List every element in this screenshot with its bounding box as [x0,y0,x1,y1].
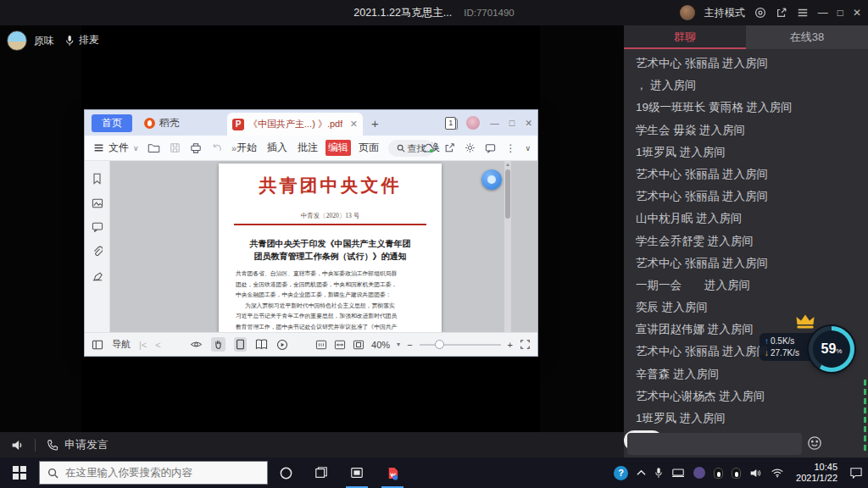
ribbon-tab[interactable]: 页面 [356,140,381,156]
fullscreen-icon[interactable] [520,339,531,350]
wps-account-avatar[interactable] [466,116,480,130]
floating-assistant-button[interactable] [481,169,502,190]
save-icon[interactable] [170,142,181,153]
nav-label[interactable]: 导航 [112,338,131,351]
stamp-icon[interactable] [92,271,103,282]
tray-qq-icon[interactable] [714,468,723,479]
open-folder-icon[interactable] [147,142,160,153]
pdf-side-rail [85,161,110,332]
document-page: 共青团中央文件 中青发〔2020〕13 号 共青团中央关于印发《中国共产主义青年… [219,164,442,332]
tray-wifi-icon[interactable] [771,468,784,478]
cortana-icon[interactable] [268,458,303,488]
undo-icon[interactable] [211,142,222,153]
share-icon[interactable] [444,142,455,153]
tray-volume-icon[interactable] [749,468,762,479]
chat-input[interactable] [627,433,802,455]
request-speak-label[interactable]: 申请发言 [64,437,108,452]
ribbon-tab[interactable]: 开始 [234,140,259,156]
zoom-caret-icon[interactable]: ▾ [397,341,400,348]
single-page-icon[interactable] [234,337,247,352]
document-scrollbar-thumb[interactable] [505,169,510,219]
play-icon[interactable] [276,339,288,351]
prev-page-icon[interactable]: < [155,340,160,350]
start-button[interactable] [0,458,39,488]
ribbon-tab[interactable]: 批注 [295,140,320,156]
image-icon[interactable] [92,198,103,208]
tray-mic-icon[interactable] [654,467,663,479]
avatar[interactable] [7,30,27,51]
tray-purple-app-icon[interactable] [693,467,705,479]
comment-bubble-icon[interactable] [92,222,103,232]
zoom-in-icon[interactable]: + [508,340,513,350]
doc-body-line: 共青团各省、自治区、直辖市委，中央军委政治工作部组织局群 [236,269,428,280]
chat-message: 19级一班班长 黄雨格 进入房间 [624,97,868,119]
pdf-tab-bar: 首页 稻壳 P 《中国共产主...) 》.pdf ✕ + 1 — □ ✕ [85,110,537,136]
file-menu[interactable]: 文件 ∨ [93,136,139,160]
close-icon[interactable]: ✕ [853,8,861,18]
minimize-icon[interactable]: — [818,8,828,18]
chat-message: 一期一会 进入房间 [624,274,868,297]
pdf-maximize-icon[interactable]: □ [509,118,515,128]
settings-circle-icon[interactable] [754,7,766,19]
host-name: 原味 [34,34,54,48]
zoom-level[interactable]: 40% [371,340,390,350]
tray-app-badge-icon[interactable]: ? [614,466,628,480]
tray-expand-icon[interactable] [637,469,646,476]
app-title-bar: 2021.1.22马克思主... ID:7701490 主持模式 — □ ✕ [0,0,868,25]
maximize-icon[interactable]: □ [837,8,843,18]
taskbar-search[interactable] [39,461,268,485]
zoom-out-icon[interactable]: − [407,340,412,350]
emoji-icon[interactable] [807,435,822,451]
action-center-icon[interactable] [849,467,863,479]
ribbon-tab[interactable]: 插入 [264,140,290,156]
fit-width-icon[interactable] [334,340,346,350]
tab-docer[interactable]: 稻壳 [144,114,180,132]
speaker-icon[interactable] [10,439,25,452]
doc-body-line: 习近平总书记关于青年工作的重要思想，加强和改进新时代团员 [236,311,428,322]
collapse-toolbar-icon[interactable]: ∨ [525,144,531,152]
read-mode-eye-icon[interactable] [190,340,203,349]
gear-icon[interactable] [465,142,476,153]
pdf-minimize-icon[interactable]: — [490,118,499,128]
zoom-slider-knob[interactable] [435,340,444,349]
app-window-icon[interactable] [339,458,375,488]
hand-tool-icon[interactable] [211,337,225,352]
mic-queue-button[interactable]: 排麦 [64,33,99,47]
two-page-icon[interactable] [255,339,268,350]
doc-body: 共青团各省、自治区、直辖市委，中央军委政治工作部组织局群团处，全国铁道团委，全国… [236,269,428,332]
taskbar-search-input[interactable] [65,467,252,479]
wps-app-icon[interactable] [375,458,410,488]
ribbon-tab[interactable]: 编辑 [326,140,351,156]
scroll-up-arrow-icon[interactable]: ▲ [504,162,511,167]
comment-icon[interactable] [485,143,496,153]
kebab-menu-icon[interactable]: ⋮ [505,142,515,154]
tray-device-icon[interactable] [671,468,685,478]
chat-message-list: 艺术中心 张丽晶 进入房间， 进入房间19级一班班长 黄雨格 进入房间学生会 毋… [624,53,868,429]
print-icon[interactable] [190,142,202,153]
menu-icon[interactable] [797,7,809,19]
tab-home[interactable]: 首页 [92,114,132,132]
zoom-slider[interactable] [420,344,501,346]
pdf-close-icon[interactable]: ✕ [525,118,532,128]
tab-group-chat[interactable]: 群聊 [624,25,746,49]
caret-down-icon: ∨ [133,144,139,152]
task-view-icon[interactable] [303,458,339,488]
popout-share-icon[interactable] [776,7,787,19]
bookmark-icon[interactable] [92,173,103,185]
taskbar-clock[interactable]: 10:45 2021/1/22 [796,462,837,484]
tab-close-icon[interactable]: ✕ [350,119,358,130]
nav-panel-icon[interactable] [92,340,103,350]
first-page-icon[interactable]: |< [139,340,147,350]
window-switch-icon[interactable]: 1 [445,117,456,130]
clock-date: 2021/1/22 [796,473,837,484]
fit-page-icon[interactable] [353,340,364,350]
tab-online-list[interactable]: 在线38 [746,25,868,49]
attachment-icon[interactable] [92,246,103,258]
tray-tim-icon[interactable] [732,468,741,479]
new-tab-icon[interactable]: + [371,116,379,130]
cloud-sync-icon[interactable] [421,143,435,153]
request-speak-icon[interactable] [46,439,58,452]
actual-size-icon[interactable] [315,340,327,350]
live-class-app: { "titlebar": { "title": "2021.1.22马克思主.… [0,0,868,488]
tab-document[interactable]: P 《中国共产主...) 》.pdf ✕ [227,113,363,136]
